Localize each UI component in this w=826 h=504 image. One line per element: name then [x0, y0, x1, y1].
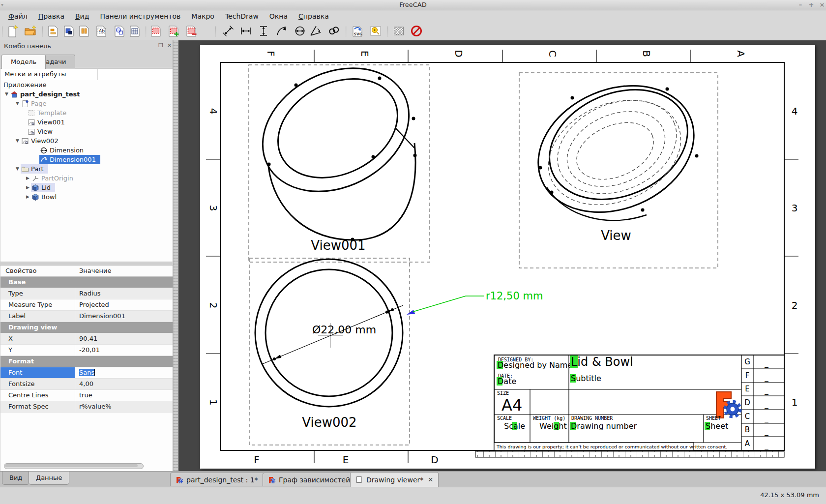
insert-view-button[interactable] [113, 24, 126, 38]
dimension-horizontal-button[interactable] [239, 24, 253, 38]
expander-icon[interactable]: ▶ [25, 174, 31, 183]
radius-dimension[interactable]: r12,50 mm [407, 290, 543, 315]
menu-techdraw[interactable]: TechDraw [220, 11, 264, 21]
clip-group-button[interactable] [149, 24, 163, 38]
new-document-button[interactable] [6, 24, 20, 38]
menu-view[interactable]: Вид [70, 11, 94, 21]
expander-icon[interactable]: ▶ [25, 183, 31, 192]
designed-by-value[interactable]: Designed by Name [498, 360, 572, 370]
window-menu-icon[interactable]: ▾ [1, 2, 3, 7]
drawing-number-value[interactable]: Drawing number [571, 421, 637, 431]
tree-item-dimension[interactable]: Dimension [0, 146, 173, 155]
mdi-tab-drawing-viewer[interactable]: Drawing viewer* ✕ [350, 472, 439, 487]
tab-model[interactable]: Модель [1, 55, 46, 69]
close-tab-icon[interactable]: ✕ [427, 476, 433, 483]
prop-centre-lines[interactable]: Centre Linestrue [0, 390, 173, 401]
expander-icon[interactable]: ▼ [14, 136, 21, 146]
tree-item-template[interactable]: Template [0, 108, 173, 118]
menu-toolbars[interactable]: Панели инструментов [94, 11, 186, 21]
tab-data-panel[interactable]: Данные [29, 472, 69, 485]
radius-dimension-text[interactable]: r12,50 mm [486, 290, 543, 302]
view001-drawing[interactable]: View001 [241, 45, 430, 262]
prop-measure-type[interactable]: Measure TypeProjected [0, 299, 173, 311]
redraw-page-button[interactable] [77, 24, 91, 38]
tree-item-partorigin[interactable]: ▶ PartOrigin [0, 174, 173, 183]
sheet-value[interactable]: Sheet [706, 421, 728, 431]
scale-value[interactable]: Scale [504, 421, 525, 431]
expander-icon[interactable]: ▼ [14, 99, 21, 108]
tree-item-dimension001[interactable]: Dimension001 [0, 155, 173, 164]
date-value[interactable]: Date [498, 377, 516, 386]
tree-item-view001[interactable]: View001 [0, 118, 173, 127]
panel-mdi-splitter[interactable] [173, 40, 178, 471]
drawing-subtitle[interactable]: Subtitle [571, 374, 601, 383]
tree-item-document[interactable]: ▼ part_design_test [0, 89, 173, 99]
clip-group-remove-button[interactable] [184, 24, 198, 38]
spreadsheet-view-button[interactable] [128, 24, 142, 38]
font-value-field[interactable]: Sans [75, 367, 173, 378]
clip-group-add-button[interactable] [167, 24, 180, 38]
export-svg-button[interactable]: SVG [351, 24, 364, 38]
menu-windows[interactable]: Окна [264, 11, 293, 21]
drawing-page[interactable]: F E D C B A 4 3 2 1 4 3 2 1 F E D [200, 45, 815, 469]
tab-view-panel[interactable]: Вид [2, 472, 30, 485]
dimension-radius-button[interactable] [275, 24, 289, 38]
view-drawing[interactable]: View [519, 63, 718, 268]
svg-text:C: C [745, 412, 750, 421]
prop-fontsize[interactable]: Fontsize4,00 [0, 379, 173, 390]
prop-format-spec[interactable]: Format Specr%value% [0, 401, 173, 413]
menu-edit[interactable]: Правка [33, 11, 70, 21]
new-page-default-button[interactable] [46, 24, 60, 38]
expander-icon[interactable]: ▼ [3, 89, 10, 99]
mdi-tab-3d-document[interactable]: part_design_test : 1* ✕ [170, 473, 273, 486]
prop-font[interactable]: FontSans [0, 367, 173, 379]
annotation-button[interactable]: Ab [94, 24, 108, 38]
float-panel-icon[interactable]: ❐ [158, 42, 163, 49]
drawing-title[interactable]: Lid & Bowl [571, 355, 633, 369]
prop-x[interactable]: X90,41 [0, 333, 173, 345]
tree-header[interactable]: Метки и атрибуты [0, 69, 173, 81]
tree-item-lid[interactable]: ▶ Lid [0, 183, 173, 192]
diameter-dimension[interactable]: Ø22,00 mm [262, 305, 403, 364]
window-titlebar[interactable]: ▾ FreeCAD – + × [0, 0, 826, 10]
group-format[interactable]: Format [0, 356, 173, 367]
tree-item-page[interactable]: ▼ Page [0, 99, 173, 108]
tree-item-part[interactable]: ▼ Part [0, 164, 173, 174]
expander-icon[interactable]: ▼ [14, 164, 21, 174]
group-drawing-view[interactable]: Drawing view [0, 322, 173, 333]
menu-file[interactable]: Файл [3, 11, 33, 21]
prop-label[interactable]: LabelDimension001 [0, 311, 173, 322]
panel-splitter[interactable] [0, 262, 173, 266]
view001-label[interactable]: View001 [311, 238, 365, 253]
menu-macro[interactable]: Макро [186, 11, 220, 21]
tree-header-divider[interactable] [97, 69, 98, 80]
maximize-button[interactable]: + [807, 1, 816, 9]
dimension-distance-button[interactable] [221, 24, 235, 38]
new-page-template-button[interactable] [62, 24, 76, 38]
open-document-button[interactable] [24, 24, 37, 38]
dimension-vertical-button[interactable] [257, 24, 270, 38]
menu-help[interactable]: Справка [293, 11, 334, 21]
hatch-button[interactable] [392, 24, 406, 38]
horizontal-scrollbar[interactable] [4, 463, 144, 469]
dimension-angle-button[interactable] [309, 24, 323, 38]
close-panel-icon[interactable]: ✕ [167, 42, 172, 49]
weight-value[interactable]: Weight [539, 421, 567, 431]
drawing-number-label: DRAWING NUMBER [571, 415, 613, 421]
expander-icon[interactable]: ▶ [25, 192, 31, 202]
link-dimension-button[interactable] [327, 24, 341, 38]
tree-item-view[interactable]: View [0, 127, 173, 136]
balloon-button[interactable] [369, 24, 383, 38]
group-base[interactable]: Base [0, 277, 173, 288]
view002-label[interactable]: View002 [302, 415, 356, 430]
prop-type[interactable]: TypeRadius [0, 288, 173, 299]
diameter-dimension-text[interactable]: Ø22,00 mm [312, 324, 376, 336]
dimension-diameter-button[interactable] [293, 24, 307, 38]
tree-item-view002[interactable]: ▼ View002 [0, 136, 173, 146]
remove-hatch-button[interactable] [410, 24, 423, 38]
view-label[interactable]: View [601, 228, 631, 243]
tree-item-bowl[interactable]: ▶ Bowl [0, 192, 173, 202]
minimize-button[interactable]: – [796, 1, 805, 9]
close-button[interactable]: × [818, 1, 826, 9]
prop-y[interactable]: Y-20,01 [0, 345, 173, 356]
